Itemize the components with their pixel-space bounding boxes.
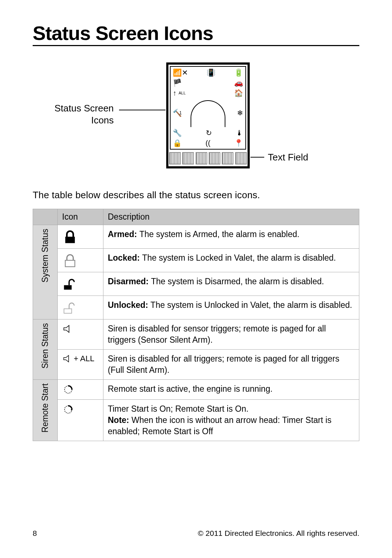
desc-disarmed: Disarmed: The system is Disarmed, the al…: [103, 272, 359, 296]
car-icon: 🚗: [234, 78, 243, 87]
callout-line: [250, 157, 264, 158]
status-screen-diagram: Status ScreenIcons 📶✕ 📳 🔋 🏴 🚗: [33, 62, 359, 171]
signal-icon: 📶✕: [173, 68, 188, 77]
diagram-label-status-icons: Status ScreenIcons: [54, 102, 114, 126]
armed-lock-icon: [62, 229, 78, 245]
text-field-glyph: [182, 152, 194, 164]
page-footer: 8 © 2011 Directed Electronics. All right…: [33, 529, 359, 538]
text-field-glyph: [222, 152, 233, 164]
table-row: + ALL Siren is disabled for all triggers…: [33, 350, 359, 380]
desc-siren-sensor: Siren is disabled for sensor triggers; r…: [103, 319, 359, 350]
timer-icon: ↻: [206, 129, 212, 137]
intro-text: The table below describes all the status…: [33, 190, 359, 201]
screen-icons-grid: 📶✕ 📳 🔋 🏴 🚗 ↑ ALL 🏠: [171, 67, 245, 149]
page-title: Status Screen Icons: [33, 22, 359, 46]
svg-rect-3: [64, 309, 72, 313]
siren-icon: [62, 323, 74, 335]
manual-page: Status Screen Icons Status ScreenIcons 📶…: [0, 0, 392, 558]
lock-arch-icon: [191, 100, 225, 127]
all-text: ALL: [179, 91, 186, 95]
wrench-icon: 🔧: [173, 129, 182, 137]
svg-rect-0: [65, 237, 75, 243]
page-number: 8: [33, 529, 37, 538]
remote-start-icon: [62, 383, 74, 396]
table-header-blank: [33, 209, 58, 225]
desc-remote-start: Remote start is active, the engine is ru…: [103, 380, 359, 400]
table-row: Remote Start Remote start is active, the…: [33, 380, 359, 400]
locked-lock-icon: [62, 252, 78, 268]
text-field-glyph: [235, 152, 247, 164]
wave-icon: ((: [205, 139, 210, 147]
desc-siren-all: Siren is disabled for all triggers; remo…: [103, 350, 359, 380]
text-field-row: [168, 152, 248, 165]
svg-rect-2: [64, 285, 72, 290]
desc-locked: Locked: The system is Locked in Valet, t…: [103, 249, 359, 272]
table-row: Unlocked: The system is Unlocked in Vale…: [33, 296, 359, 319]
pin-icon: 📍: [234, 139, 243, 147]
vibrate-icon: 📳: [207, 68, 216, 77]
thermometer-icon: 🌡: [236, 129, 243, 137]
table-header-description: Description: [103, 209, 359, 225]
category-siren-status: Siren Status: [33, 319, 58, 380]
defrost-icon: ❄︎: [237, 109, 243, 117]
category-remote-start: Remote Start: [33, 380, 58, 441]
page-flag-icon: 🏴: [173, 78, 182, 87]
copyright-text: © 2011 Directed Electronics. All rights …: [198, 529, 359, 538]
table-row: Timer Start is On; Remote Start is On. N…: [33, 400, 359, 441]
siren-all-icon: [62, 353, 73, 364]
remote-screen-frame: 📶✕ 📳 🔋 🏴 🚗 ↑ ALL 🏠: [166, 62, 250, 168]
desc-unlocked: Unlocked: The system is Unlocked in Vale…: [103, 296, 359, 319]
table-row: System Status Armed: The system is Armed…: [33, 225, 359, 249]
desc-timer-start: Timer Start is On; Remote Start is On. N…: [103, 400, 359, 441]
status-icons-table: Icon Description System Status Armed: Th…: [33, 209, 359, 441]
desc-armed: Armed: The system is Armed, the alarm is…: [103, 225, 359, 249]
arrow-up-icon: ↑: [173, 89, 176, 97]
table-row: Disarmed: The system is Disarmed, the al…: [33, 272, 359, 296]
svg-rect-1: [65, 260, 75, 267]
timer-start-icon: [62, 403, 74, 416]
category-system-status: System Status: [33, 225, 58, 319]
table-row: Locked: The system is Locked in Valet, t…: [33, 249, 359, 272]
garage-icon: 🏠: [234, 89, 243, 97]
disarmed-lock-icon: [62, 276, 78, 292]
aux-lock-icon: 🔒: [173, 139, 182, 147]
text-field-glyph: [209, 152, 220, 164]
table-header-icon: Icon: [58, 209, 103, 225]
text-field-glyph: [169, 152, 181, 164]
unlocked-lock-icon: [62, 300, 78, 315]
table-row: Siren Status Siren is disabled for senso…: [33, 319, 359, 350]
callout-line: [119, 110, 166, 110]
diagram-label-text-field: Text Field: [268, 152, 308, 163]
text-field-glyph: [196, 152, 207, 164]
battery-icon: 🔋: [234, 68, 243, 77]
hammer-icon: 🔨: [173, 109, 182, 117]
siren-all-text: + ALL: [74, 354, 94, 363]
